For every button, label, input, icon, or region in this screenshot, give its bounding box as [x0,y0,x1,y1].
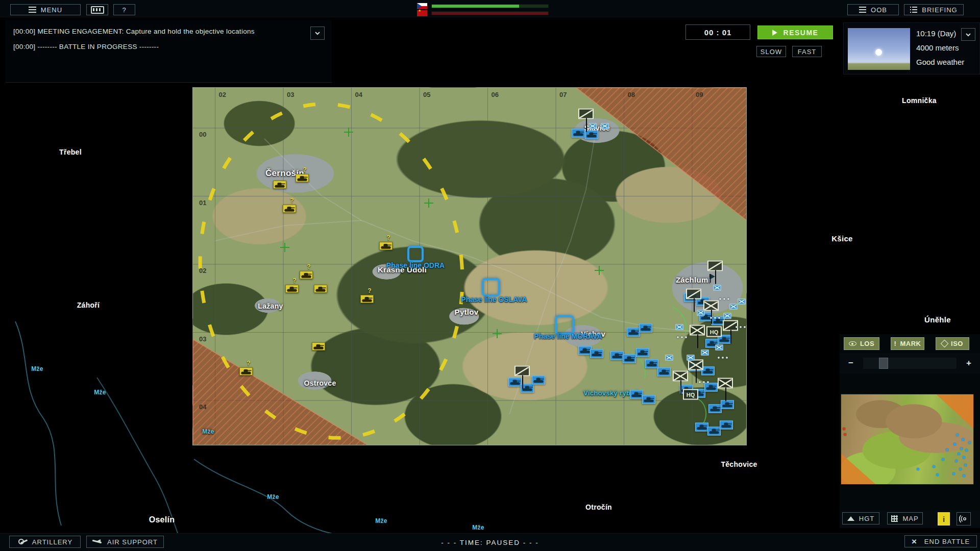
enemy-contact-marker[interactable]: ? [283,205,296,213]
minimap-enemy-zone-sw [841,454,875,484]
objective-marker[interactable] [482,278,500,296]
end-battle-button[interactable]: × END BATTLE [904,535,977,547]
enemy-contact-marker[interactable]: ? [379,242,393,250]
infantry-symbol[interactable] [673,371,688,382]
info-toggle-button[interactable]: i [938,512,950,525]
iso-button[interactable]: ISO [936,337,969,350]
minimap-enemy-dot [843,428,845,430]
mark-button[interactable]: ! MARK [891,337,924,350]
recon-symbol[interactable] [707,261,723,271]
map-label-town: Úněhle [924,315,951,324]
menu-button[interactable]: MENU [10,4,81,15]
zoom-out-button[interactable]: − [845,358,857,369]
friendly-tank-unit[interactable] [508,378,522,387]
enemy-contact-marker[interactable] [312,342,325,350]
infantry-symbol[interactable] [688,360,703,370]
friendly-tank-unit[interactable] [708,405,722,413]
message-log-expand-button[interactable] [310,27,325,40]
platoon-symbol[interactable] [676,324,683,330]
play-icon [772,30,777,36]
friendly-tank-unit[interactable] [639,324,652,333]
zoom-in-button[interactable]: + [963,358,975,369]
friendly-tank-unit[interactable] [720,421,733,430]
fast-speed-button[interactable]: FAST [792,46,822,57]
briefing-button[interactable]: BRIEFING [904,4,964,15]
objective-marker[interactable] [407,246,424,262]
enemy-contact-marker[interactable] [314,285,327,293]
waypoint-dots [736,326,746,328]
waypoint-dots [718,357,728,359]
friendly-tank-unit[interactable] [645,360,658,368]
friendly-tank-unit[interactable] [610,352,624,360]
tactical-map[interactable]: 02030405060708090001020304ČernošínSlavic… [192,87,747,445]
platoon-symbol[interactable] [714,285,721,291]
enemy-contact-marker[interactable]: ? [285,285,299,293]
nav-cross-marker [595,266,604,275]
friendly-tank-unit[interactable] [721,400,734,409]
enemy-strength-bar [431,11,549,15]
platoon-symbol[interactable] [589,123,597,129]
recon-symbol[interactable] [723,320,738,331]
recon-symbol[interactable] [686,289,701,299]
grid-row-label: 01 [199,199,206,207]
hamburger-icon [29,5,36,14]
friendly-tank-unit[interactable] [630,390,643,399]
unknown-contact-question: ? [247,360,250,367]
platoon-symbol[interactable] [738,299,746,305]
recon-symbol[interactable] [514,366,530,377]
mark-label: MARK [900,340,921,347]
platoon-symbol[interactable] [687,355,695,361]
enemy-contact-marker[interactable]: ? [300,271,313,279]
hgt-label: HGT [859,515,874,522]
platoon-symbol[interactable] [730,304,738,310]
friendly-tank-unit[interactable] [636,348,649,357]
friendly-tank-unit[interactable] [572,129,585,138]
oob-button[interactable]: OOB [847,4,899,15]
platoon-symbol[interactable] [701,350,709,356]
zoom-slider-handle[interactable] [879,358,888,369]
zoom-slider-track[interactable] [863,358,957,369]
platoon-symbol[interactable] [724,313,731,319]
artillery-button[interactable]: ARTILLERY [9,536,81,548]
friendly-tank-unit[interactable] [532,376,545,385]
hq-symbol[interactable]: HQ [706,327,722,337]
friendly-tank-unit[interactable] [704,383,718,392]
minimap[interactable] [841,394,974,485]
friendly-tank-unit[interactable] [695,423,708,432]
battle-timer: 00 : 01 [685,24,750,40]
friendly-tank-unit[interactable] [642,395,655,404]
mapmode-button[interactable]: MAP [887,512,923,524]
friendly-tank-unit[interactable] [657,368,671,377]
enemy-contact-marker[interactable]: ? [239,367,253,375]
help-button[interactable]: ? [113,4,135,15]
weather-expand-button[interactable] [961,28,975,41]
x-icon: × [912,537,917,546]
enemy-contact-marker[interactable]: ? [360,295,374,303]
friendly-tank-unit[interactable] [623,355,636,363]
platoon-symbol[interactable] [697,310,705,316]
slow-speed-button[interactable]: SLOW [756,46,786,57]
friendly-tank-unit[interactable] [627,328,640,337]
enemy-contact-marker[interactable]: ? [296,174,309,182]
air-support-button[interactable]: AIR SUPPORT [86,536,164,548]
infantry-symbol[interactable] [718,378,733,389]
platoon-symbol[interactable] [601,123,609,129]
map-label-town: Mže [94,389,106,396]
infantry-symbol[interactable] [703,300,719,311]
los-button[interactable]: LOS [844,337,879,350]
recon-symbol[interactable] [578,109,594,119]
unknown-contact-question: ? [292,277,296,284]
friendly-tank-unit[interactable] [590,349,603,358]
heightmap-button[interactable]: HGT [842,512,879,524]
hq-symbol[interactable]: HQ [683,389,698,400]
infantry-symbol[interactable] [690,325,705,336]
waypoint-dots [699,381,709,383]
resume-button[interactable]: RESUME [757,26,833,39]
platoon-symbol[interactable] [666,355,673,361]
enemy-contact-marker[interactable] [273,181,286,189]
keyboard-shortcuts-button[interactable] [86,4,108,15]
platoon-symbol[interactable] [716,345,723,350]
friendly-tank-unit[interactable] [707,427,721,436]
bottom-bar: ARTILLERY AIR SUPPORT - - - TIME: PAUSED… [0,533,980,551]
contour-rings-button[interactable] [957,512,971,525]
